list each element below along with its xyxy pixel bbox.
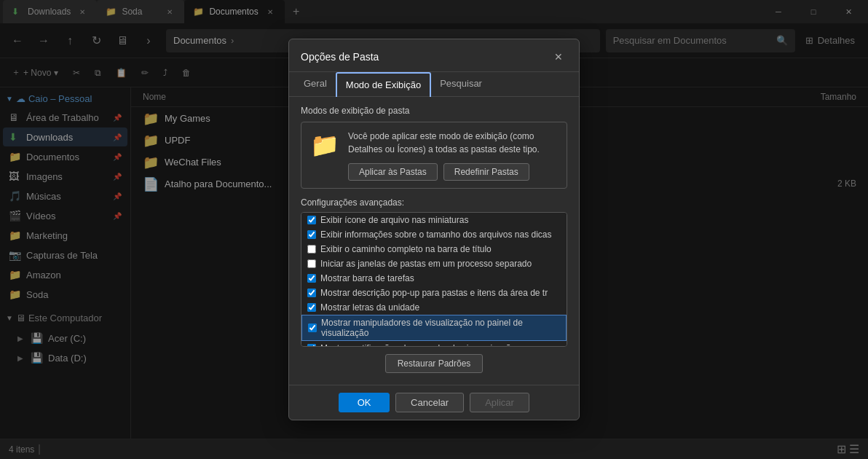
tab-geral[interactable]: Geral	[295, 72, 336, 96]
advanced-label: Configurações avançadas:	[301, 197, 567, 208]
apply-button[interactable]: Aplicar	[470, 393, 529, 412]
tab-geral-label: Geral	[304, 78, 327, 89]
checkbox-cb8[interactable]	[308, 323, 317, 332]
dialog-tabs: Geral Modo de Exibição Pesquisar	[289, 72, 579, 97]
view-mode-section-label: Modos de exibição de pasta	[301, 106, 567, 116]
checkbox-list: Exibir ícone de arquivo nas miniaturasEx…	[301, 212, 567, 347]
ok-button[interactable]: OK	[339, 393, 390, 412]
checkbox-label-cb2: Exibir informações sobre o tamanho dos a…	[320, 230, 552, 240]
tab-modo-exibicao[interactable]: Modo de Exibição	[336, 72, 431, 97]
checkbox-label-cb6: Mostrar descrição pop-up para pastas e i…	[320, 288, 548, 298]
checkbox-item-cb2[interactable]: Exibir informações sobre o tamanho dos a…	[301, 227, 567, 242]
checkbox-label-cb3: Exibir o caminho completo na barra de tí…	[320, 244, 492, 254]
checkbox-label-cb8: Mostrar manipuladores de visualização no…	[321, 318, 560, 338]
checkbox-cb4[interactable]	[307, 259, 316, 268]
folder-big-icon: 📁	[310, 131, 339, 159]
checkbox-item-cb9[interactable]: Mostrar notificações do provedor de sinc…	[301, 341, 567, 347]
dialog-title-text: Opções de Pasta	[301, 51, 379, 63]
tab-pesquisar-label: Pesquisar	[440, 78, 482, 89]
dialog-title-bar: Opções de Pasta ✕	[289, 39, 579, 72]
checkbox-cb3[interactable]	[307, 245, 316, 254]
tab-pesquisar[interactable]: Pesquisar	[431, 72, 491, 96]
checkbox-item-cb8[interactable]: Mostrar manipuladores de visualização no…	[301, 315, 567, 341]
restore-container: Restaurar Padrões	[301, 354, 567, 373]
checkbox-label-cb1: Exibir ícone de arquivo nas miniaturas	[320, 215, 468, 225]
checkbox-label-cb5: Mostrar barra de tarefas	[320, 273, 414, 283]
cancel-button[interactable]: Cancelar	[395, 393, 464, 412]
checkbox-cb2[interactable]	[307, 230, 316, 239]
checkbox-item-cb1[interactable]: Exibir ícone de arquivo nas miniaturas	[301, 213, 567, 227]
checkbox-label-cb4: Iniciar as janelas de pastas em um proce…	[320, 259, 532, 269]
view-mode-box: 📁 Você pode aplicar este modo de exibiçã…	[301, 122, 567, 189]
folder-options-dialog: Opções de Pasta ✕ Geral Modo de Exibição…	[288, 39, 580, 420]
tab-modo-exibicao-label: Modo de Exibição	[346, 79, 421, 90]
checkbox-item-cb5[interactable]: Mostrar barra de tarefas	[301, 271, 567, 286]
checkbox-cb9[interactable]	[307, 344, 316, 347]
checkbox-item-cb4[interactable]: Iniciar as janelas de pastas em um proce…	[301, 256, 567, 271]
reset-folders-button[interactable]: Redefinir Pastas	[443, 163, 529, 181]
checkbox-item-cb3[interactable]: Exibir o caminho completo na barra de tí…	[301, 242, 567, 256]
checkbox-label-cb7: Mostrar letras da unidade	[320, 302, 419, 313]
checkbox-cb1[interactable]	[307, 216, 316, 224]
checkbox-cb6[interactable]	[307, 289, 316, 297]
restore-defaults-button[interactable]: Restaurar Padrões	[385, 354, 484, 373]
dialog-overlay: Opções de Pasta ✕ Geral Modo de Exibição…	[0, 0, 868, 459]
checkbox-label-cb9: Mostrar notificações do provedor de sinc…	[320, 343, 516, 347]
view-mode-content: Você pode aplicar este modo de exibição …	[348, 130, 558, 181]
apply-to-folders-button[interactable]: Aplicar às Pastas	[348, 163, 438, 181]
view-mode-description: Você pode aplicar este modo de exibição …	[348, 130, 558, 156]
dialog-close-button[interactable]: ✕	[550, 48, 567, 66]
checkbox-cb7[interactable]	[307, 303, 316, 312]
dialog-footer: OK Cancelar Aplicar	[289, 385, 579, 420]
view-mode-buttons: Aplicar às Pastas Redefinir Pastas	[348, 163, 558, 181]
dialog-body: Modos de exibição de pasta 📁 Você pode a…	[289, 97, 579, 385]
checkbox-item-cb6[interactable]: Mostrar descrição pop-up para pastas e i…	[301, 286, 567, 300]
checkbox-item-cb7[interactable]: Mostrar letras da unidade	[301, 300, 567, 315]
checkbox-cb5[interactable]	[307, 274, 316, 283]
